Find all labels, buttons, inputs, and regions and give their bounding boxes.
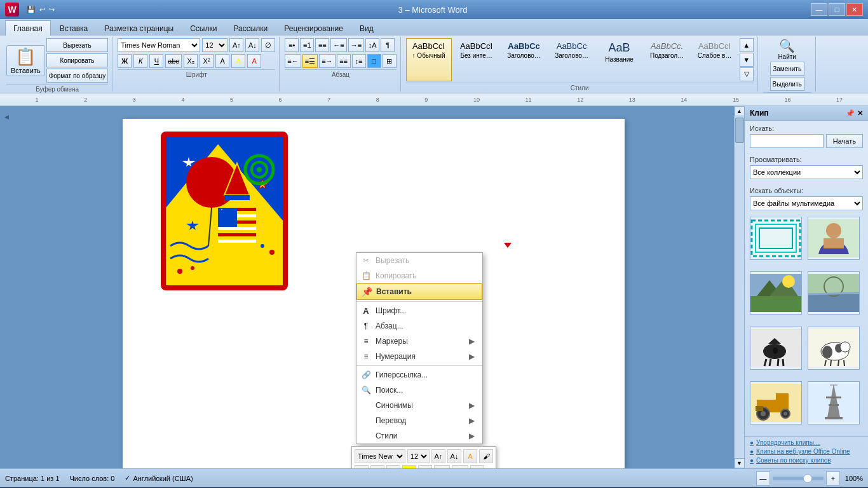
format-painter-button[interactable]: Формат по образцу (46, 69, 109, 83)
justify-button[interactable]: ≡≡ (337, 54, 351, 68)
clip-image-4[interactable] (808, 271, 860, 315)
ctx-translate[interactable]: Перевод ▶ (356, 413, 482, 428)
ctx-synonyms[interactable]: Синонимы ▶ (356, 398, 482, 413)
zoom-slider[interactable] (773, 477, 824, 480)
document-area[interactable]: ✂ Вырезать 📋 Копировать 📌 Вставить A Шри… (13, 106, 734, 468)
find-button[interactable]: 🔍 Найти (770, 38, 804, 60)
style-no-spacing[interactable]: AaBbCcI Без инте… (454, 38, 499, 81)
clip-image-7[interactable] (750, 381, 802, 424)
clip-image-3[interactable] (750, 271, 802, 315)
cut-button[interactable]: Вырезать (46, 38, 109, 52)
mini-shrink-font[interactable]: A↓ (447, 449, 461, 463)
align-left-button[interactable]: ≡← (285, 54, 301, 68)
tab-references[interactable]: Ссылки (182, 22, 224, 36)
sort-button[interactable]: ↕A (365, 38, 379, 52)
tab-home[interactable]: Главная (5, 20, 51, 36)
scroll-thumb[interactable] (735, 118, 744, 143)
mini-highlight[interactable]: A (463, 449, 477, 463)
grow-font-button[interactable]: A↑ (229, 38, 243, 52)
style-normal[interactable]: AaBbCcI ↑ Обычный (406, 38, 452, 81)
clip-organize-link[interactable]: ● Упорядочить клипы… (750, 439, 863, 446)
replace-button[interactable]: Заменить (770, 62, 804, 76)
mini-copy-format[interactable]: 🖌 (479, 449, 493, 463)
highlight-button[interactable]: A (231, 54, 245, 68)
mini-highlight2[interactable]: A (402, 465, 416, 468)
undo-icon[interactable]: ↩ (39, 6, 45, 14)
mini-font-select[interactable]: Times New (355, 449, 405, 463)
clip-image-2[interactable] (808, 217, 860, 260)
superscript-button[interactable]: X² (200, 54, 214, 68)
clip-browse-select[interactable]: Все коллекции (750, 165, 863, 179)
clip-type-select[interactable]: Все файлы мультимедиа (750, 196, 863, 210)
vertical-scrollbar[interactable]: ▲ ▼ (734, 106, 744, 468)
align-center-button[interactable]: ≡☰ (302, 54, 318, 68)
clear-format-button[interactable]: ∅ (261, 38, 275, 52)
shading-button[interactable]: □ (367, 54, 381, 68)
tab-view[interactable]: Вид (352, 22, 381, 36)
tab-page-layout[interactable]: Разметка страницы (97, 22, 181, 36)
maximize-button[interactable]: □ (829, 3, 845, 16)
font-color-button[interactable]: A (247, 54, 261, 68)
redo-icon[interactable]: ↪ (49, 6, 55, 14)
styles-up-button[interactable]: ▲ (740, 38, 754, 52)
clip-image-5[interactable] (750, 327, 802, 370)
styles-down-button[interactable]: ▼ (740, 53, 754, 67)
strikethrough-button[interactable]: abc (165, 54, 182, 68)
scroll-up-button[interactable]: ▲ (735, 106, 745, 116)
clip-search-input[interactable] (750, 134, 824, 148)
ctx-copy[interactable]: 📋 Копировать (356, 268, 482, 283)
tab-insert[interactable]: Вставка (52, 22, 96, 36)
clip-image-8[interactable] (808, 381, 860, 424)
clip-tips-link[interactable]: ● Советы по поиску клипов (750, 457, 863, 464)
shrink-font-button[interactable]: A↓ (245, 38, 259, 52)
style-subtle[interactable]: AaBbCcI Слабое в… (692, 38, 738, 81)
style-heading1[interactable]: AaBbCc Заголово… (501, 38, 547, 81)
font-size-select[interactable]: 12 (202, 38, 227, 52)
mini-list[interactable]: ≡• (470, 465, 484, 468)
decrease-indent-button[interactable]: ←≡ (330, 38, 346, 52)
italic-button[interactable]: К (133, 54, 147, 68)
clip-close-button[interactable]: ✕ (857, 109, 863, 118)
clip-pin-button[interactable]: 📌 (846, 109, 855, 118)
tab-review[interactable]: Рецензирование (276, 22, 351, 36)
ctx-search[interactable]: 🔍 Поиск... (356, 383, 482, 398)
show-hide-button[interactable]: ¶ (381, 38, 395, 52)
mini-indent-right[interactable]: →≡ (452, 465, 468, 468)
mini-indent-left[interactable]: ←≡ (434, 465, 450, 468)
ctx-cut[interactable]: ✂ Вырезать (356, 253, 482, 268)
minimize-button[interactable]: — (811, 3, 827, 16)
close-button[interactable]: ✕ (846, 3, 863, 16)
clip-online-link[interactable]: ● Клипы на веб-узле Office Online (750, 448, 863, 455)
mini-italic[interactable]: К (370, 465, 384, 468)
mini-em-dash[interactable]: — (386, 465, 400, 468)
save-icon[interactable]: 💾 (27, 6, 36, 14)
ctx-numbering[interactable]: ≡ Нумерация ▶ (356, 349, 482, 364)
multilevel-button[interactable]: ≡≡ (315, 38, 329, 52)
change-styles-button[interactable]: ▽ (740, 67, 754, 81)
underline-button[interactable]: Ч (149, 54, 163, 68)
increase-indent-button[interactable]: →≡ (348, 38, 364, 52)
mini-font-color[interactable]: A (418, 465, 432, 468)
tab-mailings[interactable]: Рассылки (226, 22, 275, 36)
status-lang[interactable]: ✓ Английский (США) (125, 474, 193, 482)
ctx-font[interactable]: A Шрифт... (356, 303, 482, 318)
style-heading2[interactable]: AaBbCc Заголово… (549, 38, 595, 81)
ctx-bullets[interactable]: ≡ Маркеры ▶ (356, 334, 482, 349)
align-right-button[interactable]: ≡→ (319, 54, 335, 68)
line-spacing-button[interactable]: ↕≡ (352, 54, 366, 68)
borders-button[interactable]: ⊞ (383, 54, 397, 68)
clip-search-button[interactable]: Начать (826, 134, 863, 148)
text-effects-button[interactable]: A (215, 54, 229, 68)
scroll-down-button[interactable]: ▼ (735, 458, 745, 468)
copy-button[interactable]: Копировать (46, 53, 109, 67)
ctx-paste[interactable]: 📌 Вставить (356, 283, 482, 300)
font-name-select[interactable]: Times New Roman (118, 38, 200, 52)
zoom-out-button[interactable]: — (756, 471, 770, 485)
mini-bold[interactable]: Ж (355, 465, 369, 468)
clip-image-6[interactable] (808, 327, 860, 370)
style-title[interactable]: AaВ Название (597, 38, 642, 81)
clip-image-1[interactable] (750, 217, 802, 260)
ctx-styles[interactable]: Стили ▶ (356, 428, 482, 444)
subscript-button[interactable]: X₂ (184, 54, 198, 68)
numbering-button[interactable]: ≡1 (300, 38, 314, 52)
